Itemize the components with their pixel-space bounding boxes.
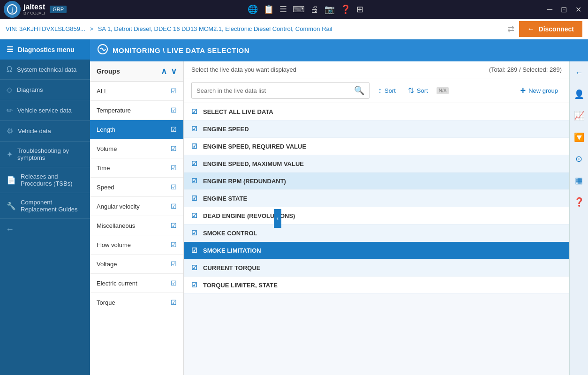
group-item-miscellaneous[interactable]: Miscellaneous ☑ (90, 216, 183, 235)
check-dead-engine: ☑ (191, 212, 197, 219)
groups-up-arrow[interactable]: ∧ (161, 66, 167, 76)
filter-icon[interactable]: 🔽 (572, 130, 586, 144)
list-item-torque-limiter[interactable]: ☑ TORQUE LIMITER, STATE (184, 277, 569, 294)
sidebar-item-vehicle-data[interactable]: ⚙ Vehicle data (0, 121, 90, 142)
group-item-electric-current[interactable]: Electric current ☑ (90, 274, 183, 293)
item-label-current-torque: CURRENT TORQUE (203, 264, 261, 271)
group-item-time[interactable]: Time ☑ (90, 158, 183, 178)
maximize-button[interactable]: ⊡ (558, 4, 570, 15)
search-input[interactable] (196, 87, 354, 94)
printer-icon[interactable]: 🖨 (310, 5, 319, 15)
sidebar-label-vehicle-data: Vehicle data (18, 128, 51, 135)
sidebar-item-troubleshooting[interactable]: ✦ Troubleshooting by symptoms (0, 142, 90, 167)
table-icon[interactable]: ▦ (573, 173, 585, 188)
item-label-smoke-limitation: SMOKE LIMITATION (203, 247, 261, 254)
item-label-select-all: SELECT ALL LIVE DATA (203, 108, 273, 115)
speedometer-icon[interactable]: ⊙ (573, 152, 584, 166)
na-badge: N/A (437, 87, 449, 94)
help-icon[interactable]: ❓ (340, 4, 351, 15)
vin-right: ⇄ ← Disconnect (507, 21, 582, 37)
sidebar-header: ☰ Diagnostics menu (0, 39, 90, 60)
check-engine-speed: ☑ (191, 125, 197, 133)
content-area: MONITORING \ LIVE DATA SELECTION Groups … (90, 39, 588, 375)
list-item-engine-rpm-redundant[interactable]: ☑ ENGINE RPM (REDUNDANT) (184, 172, 569, 190)
check-torque-limiter: ☑ (191, 281, 197, 289)
groups-panel: Groups ∧ ∨ ALL ☑ Temperature ☑ (90, 61, 184, 375)
question-icon[interactable]: ❓ (572, 195, 586, 209)
group-item-all[interactable]: ALL ☑ (90, 82, 183, 101)
user-search-icon[interactable]: 👤 (572, 87, 586, 101)
list-item-dead-engine[interactable]: ☑ DEAD ENGINE (REVOLUTIONS) (184, 207, 569, 225)
live-data-list: ☑ SELECT ALL LIVE DATA ☑ ENGINE SPEED ☑ … (184, 103, 569, 375)
check-engine-rpm-redundant: ☑ (191, 177, 197, 185)
omega-icon: Ω (7, 65, 12, 74)
content-body: Groups ∧ ∨ ALL ☑ Temperature ☑ (90, 61, 588, 375)
group-item-speed[interactable]: Speed ☑ (90, 178, 183, 197)
disconnect-button[interactable]: ← Disconnect (519, 21, 582, 37)
sort-az-button[interactable]: ↕ Sort (374, 84, 400, 97)
group-label-voltage: Voltage (97, 261, 117, 268)
document-icon[interactable]: 📋 (264, 4, 274, 15)
group-label-all: ALL (97, 88, 107, 95)
list-item-current-torque[interactable]: ☑ CURRENT TORQUE (184, 259, 569, 277)
sidebar-item-system-technical-data[interactable]: Ω System technical data (0, 60, 90, 80)
list-item-engine-speed[interactable]: ☑ ENGINE SPEED (184, 120, 569, 138)
minimize-button[interactable]: ─ (544, 4, 555, 15)
check-select-all: ☑ (191, 108, 197, 115)
group-item-temperature[interactable]: Temperature ☑ (90, 101, 183, 120)
pencil-icon: ✏ (7, 106, 13, 115)
group-item-length[interactable]: Length ☑ (90, 120, 183, 139)
logo-name: jaltest (23, 3, 45, 11)
wrench-icon: 🔧 (7, 202, 16, 210)
right-toolbar: ← 👤 📈 🔽 ⊙ ▦ ❓ (569, 61, 588, 375)
check-icon-time: ☑ (171, 164, 177, 172)
list-item-engine-state[interactable]: ☑ ENGINE STATE (184, 190, 569, 207)
check-icon-torque: ☑ (171, 299, 177, 306)
sidebar-back-arrow[interactable]: ← (0, 219, 90, 240)
check-icon-length: ☑ (171, 126, 177, 133)
vin-text[interactable]: VIN: 3AKJHTDVXLSLG859... (6, 25, 85, 32)
sidebar-item-diagrams[interactable]: ◇ Diagrams (0, 80, 90, 100)
list-icon[interactable]: ☰ (279, 4, 287, 15)
list-item-smoke-control[interactable]: ☑ SMOKE CONTROL (184, 225, 569, 242)
list-item-select-all[interactable]: ☑ SELECT ALL LIVE DATA (184, 103, 569, 120)
globe-icon[interactable]: 🌐 (248, 4, 258, 15)
sidebar-item-releases[interactable]: 📄 Releases and Procedures (TSBs) (0, 167, 90, 193)
back-icon[interactable]: ← (573, 66, 585, 80)
diamond-icon: ◇ (7, 85, 12, 94)
sidebar-item-vehicle-service-data[interactable]: ✏ Vehicle service data (0, 100, 90, 121)
logo-subtitle: BY COJALI (23, 11, 45, 15)
sort-za-button[interactable]: ⇅ Sort (404, 84, 432, 97)
check-engine-speed-max: ☑ (191, 160, 197, 167)
group-item-flow-volume[interactable]: Flow volume ☑ (90, 235, 183, 255)
groups-list: ALL ☑ Temperature ☑ Length ☑ Volume ☑ (90, 82, 183, 375)
new-group-button[interactable]: + New group (516, 83, 562, 98)
list-item-engine-speed-max[interactable]: ☑ ENGINE SPEED, MAXIMUM VALUE (184, 155, 569, 172)
grid-icon[interactable]: ⊞ (356, 4, 363, 15)
sidebar-label-component: Component Replacement Guides (21, 199, 83, 213)
group-label-miscellaneous: Miscellaneous (97, 222, 135, 229)
list-item-engine-speed-required[interactable]: ☑ ENGINE SPEED, REQUIRED VALUE (184, 138, 569, 155)
keyboard-icon[interactable]: ⌨ (293, 4, 305, 15)
group-label-temperature: Temperature (97, 107, 131, 114)
collapse-panel-arrow[interactable]: ‹ (274, 209, 281, 228)
check-engine-speed-required: ☑ (191, 142, 197, 150)
search-icon: 🔍 (354, 85, 364, 96)
item-label-torque-limiter: TORQUE LIMITER, STATE (203, 282, 278, 289)
group-label-angular-velocity: Angular velocity (97, 203, 140, 210)
sidebar-item-component[interactable]: 🔧 Component Replacement Guides (0, 193, 90, 219)
search-input-wrapper[interactable]: 🔍 (191, 82, 369, 99)
plus-icon: + (520, 85, 526, 96)
camera-icon[interactable]: 📷 (324, 4, 335, 15)
group-item-torque[interactable]: Torque ☑ (90, 293, 183, 312)
content-header: MONITORING \ LIVE DATA SELECTION (90, 39, 588, 61)
list-item-smoke-limitation[interactable]: ☑ SMOKE LIMITATION (184, 242, 569, 259)
group-item-volume[interactable]: Volume ☑ (90, 139, 183, 158)
close-button[interactable]: ✕ (573, 4, 584, 15)
live-data-description: Select the live data you want displayed (191, 66, 296, 73)
group-item-voltage[interactable]: Voltage ☑ (90, 255, 183, 274)
groups-down-arrow[interactable]: ∨ (171, 66, 177, 76)
group-item-angular-velocity[interactable]: Angular velocity ☑ (90, 197, 183, 216)
group-label-torque: Torque (97, 299, 115, 306)
chart-icon[interactable]: 📈 (572, 109, 586, 123)
